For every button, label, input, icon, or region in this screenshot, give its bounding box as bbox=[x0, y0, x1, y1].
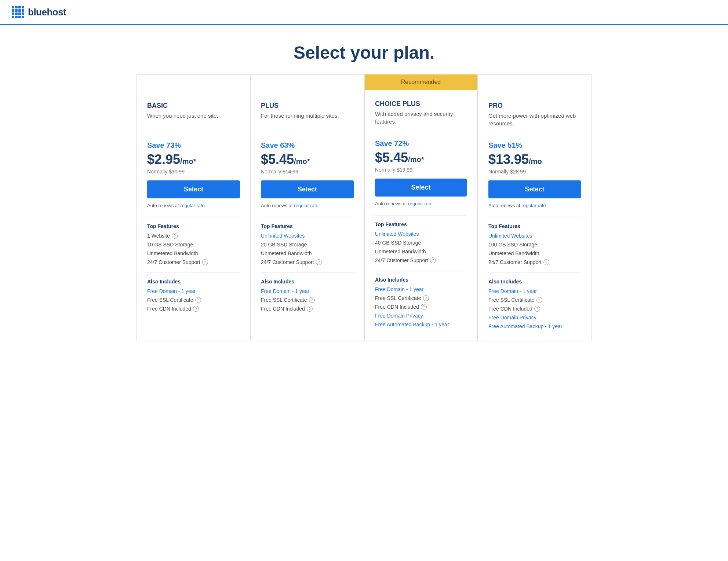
plan-normal-price: Normally $19.99 bbox=[375, 167, 467, 173]
regular-rate-link[interactable]: regular rate bbox=[408, 201, 432, 206]
plan-card-choice-plus: Recommended CHOICE PLUS With added priva… bbox=[364, 74, 478, 341]
plan-name: BASIC bbox=[147, 102, 240, 110]
logo-grid-icon bbox=[12, 6, 24, 18]
regular-rate-link[interactable]: regular rate bbox=[180, 203, 204, 208]
info-icon[interactable]: ? bbox=[193, 306, 199, 312]
recommended-banner: Recommended bbox=[365, 74, 477, 90]
feature-item: 1 Website? bbox=[147, 233, 240, 239]
top-features-label: Top Features bbox=[147, 223, 240, 229]
auto-renew-text: Auto renews at regular rate bbox=[261, 203, 354, 208]
also-includes-item: Free Automated Backup - 1 year bbox=[375, 322, 467, 327]
plan-name: PLUS bbox=[261, 102, 354, 110]
save-badge: Save 73% bbox=[147, 141, 240, 150]
plan-price-suffix: /mo* bbox=[294, 157, 310, 165]
also-includes-item: Free CDN Included? bbox=[375, 304, 467, 310]
also-includes-item: Free CDN Included? bbox=[261, 306, 354, 312]
info-icon[interactable]: ? bbox=[202, 259, 208, 265]
plan-card-pro: PRO Get more power with optimized web re… bbox=[478, 74, 592, 341]
logo-text: bluehost bbox=[28, 7, 66, 18]
page-title-section: Select your plan. bbox=[0, 25, 728, 74]
feature-item: Unmetered Bandwidth bbox=[147, 250, 240, 256]
also-includes-label: Also Includes bbox=[261, 279, 354, 285]
also-includes-item: Free Domain - 1 year bbox=[147, 288, 240, 294]
also-includes-item: Free SSL Certificate? bbox=[147, 297, 240, 303]
save-badge: Save 51% bbox=[488, 141, 581, 150]
also-includes-label: Also Includes bbox=[375, 277, 467, 283]
info-icon[interactable]: ? bbox=[316, 259, 322, 265]
plan-normal-price: Normally $10.99 bbox=[147, 169, 240, 175]
also-includes-item: Free Domain Privacy bbox=[488, 315, 581, 320]
top-features-label: Top Features bbox=[261, 223, 354, 229]
auto-renew-text: Auto renews at regular rate bbox=[488, 203, 581, 208]
feature-item: 24/7 Customer Support? bbox=[147, 259, 240, 265]
plan-normal-price: Normally $28.99 bbox=[488, 169, 581, 175]
info-icon[interactable]: ? bbox=[421, 304, 427, 310]
select-button-pro[interactable]: Select bbox=[488, 180, 581, 198]
plan-price-suffix: /mo* bbox=[408, 155, 424, 164]
plan-name: CHOICE PLUS bbox=[375, 100, 467, 108]
regular-rate-link[interactable]: regular rate bbox=[521, 203, 546, 208]
feature-item: Unmetered Bandwidth bbox=[261, 250, 354, 256]
info-icon[interactable]: ? bbox=[543, 259, 549, 265]
select-button-basic[interactable]: Select bbox=[147, 180, 240, 198]
info-icon[interactable]: ? bbox=[172, 233, 178, 239]
feature-item: Unlimited Websites bbox=[261, 233, 354, 239]
feature-item: 24/7 Customer Support? bbox=[375, 257, 467, 263]
plan-card-basic: BASIC When you need just one site. Save … bbox=[136, 74, 250, 341]
auto-renew-text: Auto renews at regular rate bbox=[147, 203, 240, 208]
page-title: Select your plan. bbox=[7, 43, 721, 63]
also-includes-label: Also Includes bbox=[147, 279, 240, 285]
plan-desc: With added privacy and security features… bbox=[375, 110, 467, 132]
plan-price: $13.95/mo bbox=[488, 152, 581, 167]
feature-item: Unlimited Websites bbox=[375, 231, 467, 237]
info-icon[interactable]: ? bbox=[195, 297, 201, 303]
plan-desc: When you need just one site. bbox=[147, 112, 240, 134]
plan-desc: Get more power with optimized web resour… bbox=[488, 112, 581, 134]
select-button-plus[interactable]: Select bbox=[261, 180, 354, 198]
plan-card-plus: PLUS For those running multiple sites. S… bbox=[250, 74, 364, 341]
feature-item: Unmetered Bandwidth bbox=[375, 249, 467, 254]
also-includes-item: Free SSL Certificate? bbox=[488, 297, 581, 303]
feature-item: 24/7 Customer Support? bbox=[261, 259, 354, 265]
feature-item: 100 GB SSD Storage bbox=[488, 242, 581, 247]
plan-normal-price: Normally $14.99 bbox=[261, 169, 354, 175]
plan-price: $5.45/mo* bbox=[261, 152, 354, 167]
plan-name: PRO bbox=[488, 102, 581, 110]
feature-item: 20 GB SSD Storage bbox=[261, 242, 354, 247]
feature-item: 10 GB SSD Storage bbox=[147, 242, 240, 247]
info-icon[interactable]: ? bbox=[309, 297, 315, 303]
feature-item: Unmetered Bandwidth bbox=[488, 250, 581, 256]
also-includes-item: Free Domain - 1 year bbox=[375, 286, 467, 292]
plan-price: $2.95/mo* bbox=[147, 152, 240, 167]
regular-rate-link[interactable]: regular rate bbox=[294, 203, 318, 208]
also-includes-label: Also Includes bbox=[488, 279, 581, 285]
info-icon[interactable]: ? bbox=[534, 306, 540, 312]
info-icon[interactable]: ? bbox=[536, 297, 542, 303]
header: bluehost bbox=[0, 0, 728, 25]
plans-container: BASIC When you need just one site. Save … bbox=[0, 74, 728, 356]
info-icon[interactable]: ? bbox=[307, 306, 313, 312]
also-includes-item: Free Domain - 1 year bbox=[261, 288, 354, 294]
plan-price-suffix: /mo* bbox=[180, 157, 196, 165]
info-icon[interactable]: ? bbox=[430, 257, 436, 263]
top-features-label: Top Features bbox=[375, 221, 467, 227]
also-includes-item: Free Automated Backup - 1 year bbox=[488, 323, 581, 329]
also-includes-item: Free CDN Included? bbox=[147, 306, 240, 312]
feature-item: 40 GB SSD Storage bbox=[375, 240, 467, 246]
also-includes-item: Free SSL Certificate? bbox=[375, 295, 467, 301]
also-includes-item: Free CDN Included? bbox=[488, 306, 581, 312]
plan-price: $5.45/mo* bbox=[375, 150, 467, 165]
plan-desc: For those running multiple sites. bbox=[261, 112, 354, 134]
top-features-label: Top Features bbox=[488, 223, 581, 229]
save-badge: Save 63% bbox=[261, 141, 354, 150]
auto-renew-text: Auto renews at regular rate bbox=[375, 201, 467, 206]
feature-item: Unlimited Websites bbox=[488, 233, 581, 239]
info-icon[interactable]: ? bbox=[423, 295, 429, 301]
feature-item: 24/7 Customer Support? bbox=[488, 259, 581, 265]
save-badge: Save 72% bbox=[375, 139, 467, 148]
plan-price-suffix: /mo bbox=[529, 157, 542, 165]
also-includes-item: Free SSL Certificate? bbox=[261, 297, 354, 303]
also-includes-item: Free Domain - 1 year bbox=[488, 288, 581, 294]
also-includes-item: Free Domain Privacy bbox=[375, 313, 467, 319]
select-button-choice-plus[interactable]: Select bbox=[375, 179, 467, 197]
